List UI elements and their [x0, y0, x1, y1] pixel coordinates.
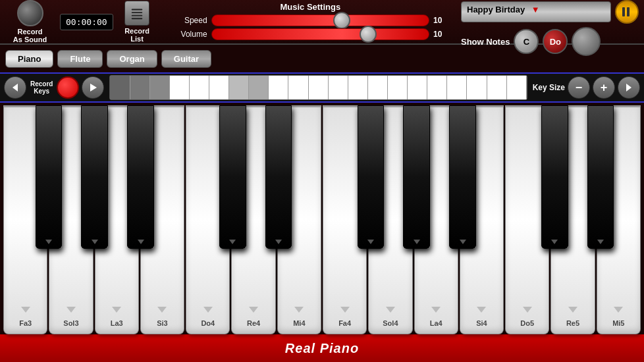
key-label-la4: La4	[430, 319, 443, 327]
speed-slider[interactable]	[211, 14, 429, 26]
record-list-label1: Record	[124, 27, 149, 35]
black-key-11[interactable]	[541, 105, 568, 249]
black-key-7[interactable]	[358, 105, 385, 249]
bottom-bar: Real Piano	[0, 334, 644, 362]
play-button[interactable]	[82, 76, 104, 99]
black-key-arrow-2	[138, 240, 144, 244]
black-key-9[interactable]	[449, 105, 476, 249]
key-label-sol4: Sol4	[383, 319, 398, 327]
volume-slider[interactable]	[211, 28, 429, 40]
app-title: Real Piano	[285, 341, 359, 356]
note-c-label: C	[523, 37, 529, 47]
black-key-arrow-5	[275, 240, 282, 244]
note-do-label: Do	[550, 37, 561, 47]
black-key-arrow-4	[229, 240, 236, 244]
black-key-arrow-11	[551, 240, 558, 244]
show-notes-label: Show Notes	[461, 37, 510, 47]
song-name: Happy Birtday	[467, 5, 525, 14]
flute-button[interactable]: Flute	[57, 50, 103, 68]
organ-button[interactable]: Organ	[107, 50, 157, 68]
mini-piano-strip	[109, 75, 527, 100]
music-control-panel: Music Control Happy Birtday ▼ Show Notes…	[454, 0, 639, 56]
key-arrow-re4	[249, 307, 258, 313]
piano-keyboard: Fa3Sol3La3Si3Do4Re4Mi4Fa4Sol4La4Si4Do5Re…	[0, 103, 644, 334]
black-key-1[interactable]	[81, 105, 108, 249]
record-list-button[interactable]	[124, 1, 149, 26]
key-arrow-sol3	[67, 307, 76, 313]
keys-bar-left: Record Keys	[4, 76, 104, 99]
key-arrow-si4	[477, 307, 486, 313]
key-label-fa4: Fa4	[338, 319, 351, 327]
record-list-control[interactable]: Record List	[116, 1, 159, 43]
key-arrow-do4	[203, 307, 213, 313]
record-as-sound-label1: Record	[18, 28, 43, 36]
key-size-increase-button[interactable]: +	[593, 76, 615, 99]
music-settings-title: Music Settings	[280, 2, 340, 12]
record-list-label2: List	[130, 35, 144, 43]
key-label-sol3: Sol3	[63, 319, 78, 327]
key-label-fa3: Fa3	[19, 319, 32, 327]
black-key-12[interactable]	[587, 105, 614, 249]
key-label-si4: Si4	[476, 319, 487, 327]
record-button[interactable]	[57, 76, 79, 99]
key-label-re5: Re5	[566, 319, 579, 327]
speed-thumb[interactable]	[333, 12, 350, 29]
piano-button[interactable]: Piano	[5, 50, 53, 68]
pause-bar-left	[622, 7, 625, 16]
volume-thumb[interactable]	[360, 26, 377, 43]
key-size-decrease-button[interactable]: −	[568, 76, 590, 99]
note-do-button[interactable]: Do	[543, 29, 568, 54]
key-size-area: Key Size − +	[533, 76, 640, 99]
black-key-2[interactable]	[127, 105, 154, 249]
key-arrow-sol4	[386, 307, 395, 313]
scroll-right-button[interactable]	[618, 76, 640, 99]
black-key-arrow-12	[597, 240, 604, 244]
svg-marker-6	[626, 84, 631, 91]
key-arrow-fa3	[21, 307, 30, 313]
key-label-mi5: Mi5	[612, 319, 624, 327]
black-key-4[interactable]	[219, 105, 246, 249]
black-key-8[interactable]	[403, 105, 430, 249]
black-key-5[interactable]	[265, 105, 292, 249]
key-arrow-si3	[157, 307, 167, 313]
record-keys-label: Record Keys	[30, 80, 53, 95]
key-label-re4: Re4	[247, 319, 260, 327]
key-arrow-mi5	[614, 307, 623, 313]
speed-slider-row: Speed 10	[173, 14, 448, 26]
key-arrow-re5	[568, 307, 577, 313]
speed-value: 10	[433, 16, 448, 25]
note-c-button[interactable]: C	[514, 29, 539, 54]
black-key-0[interactable]	[36, 105, 63, 249]
song-select-row: Happy Birtday ▼	[461, 0, 639, 24]
top-bar: Record As Sound 00:00:00 Record List Mus…	[0, 0, 644, 45]
black-key-arrow-1	[92, 240, 98, 244]
black-key-arrow-7	[367, 240, 374, 244]
volume-label: Volume	[173, 30, 207, 39]
record-as-sound-knob[interactable]	[17, 0, 43, 26]
note-knob-button[interactable]	[572, 27, 601, 56]
key-arrow-fa4	[340, 307, 350, 313]
black-key-arrow-9	[460, 240, 466, 244]
scroll-left-button[interactable]	[4, 76, 26, 99]
song-select[interactable]: Happy Birtday ▼	[461, 1, 611, 22]
key-label-si3: Si3	[157, 319, 168, 327]
pause-button[interactable]	[615, 0, 639, 24]
svg-marker-4	[13, 84, 18, 91]
svg-rect-1	[132, 12, 143, 13]
volume-slider-row: Volume 10	[173, 28, 448, 40]
pause-icon	[622, 7, 631, 16]
record-keys-line2: Keys	[30, 88, 53, 95]
guitar-button[interactable]: Guitar	[161, 50, 211, 68]
key-size-label: Key Size	[533, 83, 565, 92]
key-label-la3: La3	[111, 319, 123, 327]
record-as-sound-control[interactable]: Record As Sound	[5, 0, 55, 43]
black-key-arrow-0	[45, 240, 52, 244]
key-label-do4: Do4	[201, 319, 215, 327]
svg-rect-2	[132, 15, 143, 16]
svg-marker-5	[90, 84, 97, 91]
svg-rect-0	[132, 9, 143, 11]
key-arrow-mi4	[294, 307, 304, 313]
keys-bar: Record Keys	[0, 72, 644, 103]
record-keys-line1: Record	[30, 80, 53, 88]
key-arrow-la4	[431, 307, 441, 313]
